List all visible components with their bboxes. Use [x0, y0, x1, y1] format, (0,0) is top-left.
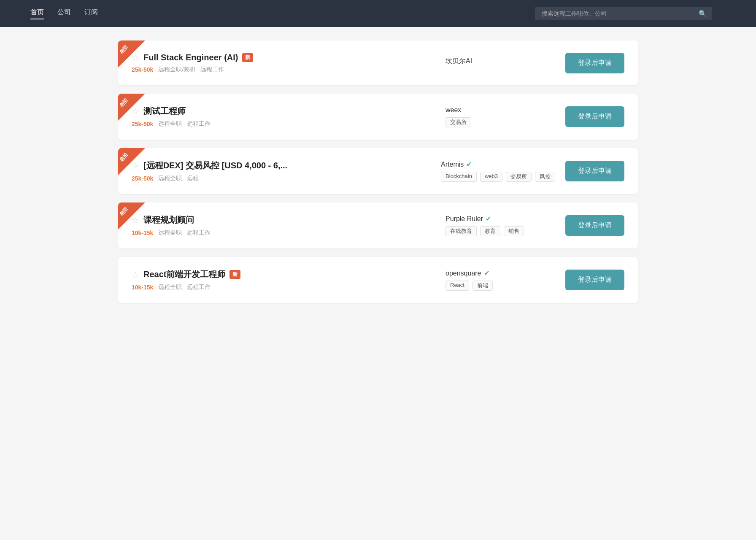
job-title: 课程规划顾问 [143, 214, 194, 226]
job-title: Full Stack Engineer (AI) [143, 53, 238, 62]
job-company: weex 交易所 [446, 106, 555, 127]
company-name: weex [446, 106, 555, 114]
job-company: Artemis✔ Blockchainweb3交易所风控 [441, 160, 555, 182]
meta-tag: 远程工作 [200, 66, 224, 73]
new-badge: 新 [242, 53, 253, 62]
apply-button[interactable]: 登录后申请 [565, 53, 624, 73]
job-card: 急招 ☆ 课程规划顾问 10k-15k 远程全职远程工作 Purple Rule… [118, 202, 638, 248]
job-title-row: ☆ 课程规划顾问 [132, 214, 435, 226]
urgent-label: 急招 [118, 44, 129, 55]
meta-tag: 远程工作 [187, 284, 211, 291]
search-icon: 🔍 [699, 10, 707, 18]
urgent-ribbon: 急招 [118, 202, 145, 230]
main-content: 急招 ☆ Full Stack Engineer (AI) 新 25k-50k … [108, 27, 648, 325]
job-meta: 10k-15k 远程全职远程工作 [132, 229, 435, 237]
apply-button[interactable]: 登录后申请 [565, 270, 624, 290]
verified-icon: ✔ [466, 160, 472, 168]
urgent-ribbon: 急招 [118, 148, 145, 175]
job-info: ☆ 测试工程师 25k-50k 远程全职远程工作 [132, 105, 435, 128]
search-container: 🔍 [535, 7, 712, 20]
meta-tag: 远程工作 [187, 120, 211, 128]
job-salary: 25k-50k [132, 121, 153, 127]
meta-tag: 远程全职/兼职 [158, 66, 195, 73]
meta-tag: 远程全职 [158, 229, 182, 237]
job-list: 急招 ☆ Full Stack Engineer (AI) 新 25k-50k … [118, 40, 638, 303]
company-name: 坎贝尔AI [446, 57, 555, 66]
job-salary: 10k-15k [132, 284, 153, 291]
nav-links: 首页公司订阅 [30, 8, 98, 19]
urgent-label: 急招 [118, 97, 129, 108]
job-title: 测试工程师 [143, 105, 186, 117]
job-salary: 25k-50k [132, 175, 153, 182]
meta-tag: 远程工作 [187, 229, 211, 237]
apply-button[interactable]: 登录后申请 [565, 161, 624, 181]
job-title: React前端开发工程师 [143, 269, 225, 280]
urgent-label: 急招 [118, 151, 129, 162]
job-title-row: ☆ Full Stack Engineer (AI) 新 [132, 52, 435, 62]
navbar: 首页公司订阅 🔍 [0, 0, 756, 27]
job-title-row: ☆ [远程DEX] 交易风控 [USD 4,000 - 6,... [132, 160, 431, 171]
urgent-ribbon: 急招 [118, 94, 145, 121]
nav-item-订阅[interactable]: 订阅 [84, 8, 98, 19]
job-title-row: ☆ React前端开发工程师 新 [132, 269, 435, 280]
job-company: Purple Ruler✔ 在线教育教育销售 [446, 215, 555, 236]
meta-tag: 远程全职 [158, 284, 182, 291]
nav-item-公司[interactable]: 公司 [57, 8, 71, 19]
company-tag: 前端 [472, 281, 493, 291]
job-title-row: ☆ 测试工程师 [132, 105, 435, 117]
job-meta: 25k-50k 远程全职远程工作 [132, 120, 435, 128]
verified-icon: ✔ [486, 215, 491, 223]
job-card: 急招 ☆ Full Stack Engineer (AI) 新 25k-50k … [118, 40, 638, 85]
job-salary: 10k-15k [132, 230, 153, 236]
urgent-label: 急招 [118, 206, 129, 217]
search-input[interactable] [535, 7, 712, 20]
favorite-icon[interactable]: ☆ [132, 270, 139, 280]
apply-button[interactable]: 登录后申请 [565, 106, 624, 127]
meta-tag: 远程全职 [158, 175, 182, 182]
apply-button[interactable]: 登录后申请 [565, 215, 624, 236]
company-tag: 交易所 [446, 117, 471, 127]
company-tags: 在线教育教育销售 [446, 226, 555, 236]
nav-item-首页[interactable]: 首页 [30, 8, 44, 19]
company-tag: 销售 [504, 226, 524, 236]
company-name: Artemis✔ [441, 160, 555, 168]
job-card: 急招 ☆ 测试工程师 25k-50k 远程全职远程工作 weex 交易所 登录后… [118, 94, 638, 140]
meta-tag: 远程 [187, 175, 199, 182]
company-tags: React前端 [446, 281, 555, 291]
job-meta: 10k-15k 远程全职远程工作 [132, 284, 435, 291]
job-info: ☆ 课程规划顾问 10k-15k 远程全职远程工作 [132, 214, 435, 237]
company-tags: 交易所 [446, 117, 555, 127]
job-title: [远程DEX] 交易风控 [USD 4,000 - 6,... [143, 160, 287, 171]
company-tag: web3 [480, 172, 502, 182]
company-name: opensquare✔ [446, 269, 555, 277]
company-tag: 交易所 [506, 172, 532, 182]
company-tags: Blockchainweb3交易所风控 [441, 172, 555, 182]
company-tag: 在线教育 [446, 226, 477, 236]
urgent-ribbon: 急招 [118, 40, 145, 68]
company-tag: Blockchain [441, 172, 477, 182]
job-card: ☆ React前端开发工程师 新 10k-15k 远程全职远程工作 opensq… [118, 257, 638, 303]
company-name: Purple Ruler✔ [446, 215, 555, 223]
job-info: ☆ [远程DEX] 交易风控 [USD 4,000 - 6,... 25k-50… [132, 160, 431, 182]
company-tag: 风控 [535, 172, 555, 182]
job-info: ☆ Full Stack Engineer (AI) 新 25k-50k 远程全… [132, 52, 435, 73]
job-company: opensquare✔ React前端 [446, 269, 555, 291]
job-meta: 25k-50k 远程全职远程 [132, 175, 431, 182]
company-tag: 教育 [480, 226, 500, 236]
job-info: ☆ React前端开发工程师 新 10k-15k 远程全职远程工作 [132, 269, 435, 291]
job-card: 急招 ☆ [远程DEX] 交易风控 [USD 4,000 - 6,... 25k… [118, 148, 638, 194]
job-meta: 25k-50k 远程全职/兼职远程工作 [132, 66, 435, 73]
meta-tag: 远程全职 [158, 120, 182, 128]
new-badge: 新 [230, 270, 240, 279]
job-company: 坎贝尔AI [446, 57, 555, 69]
company-tag: React [446, 281, 469, 291]
verified-icon: ✔ [484, 269, 489, 277]
